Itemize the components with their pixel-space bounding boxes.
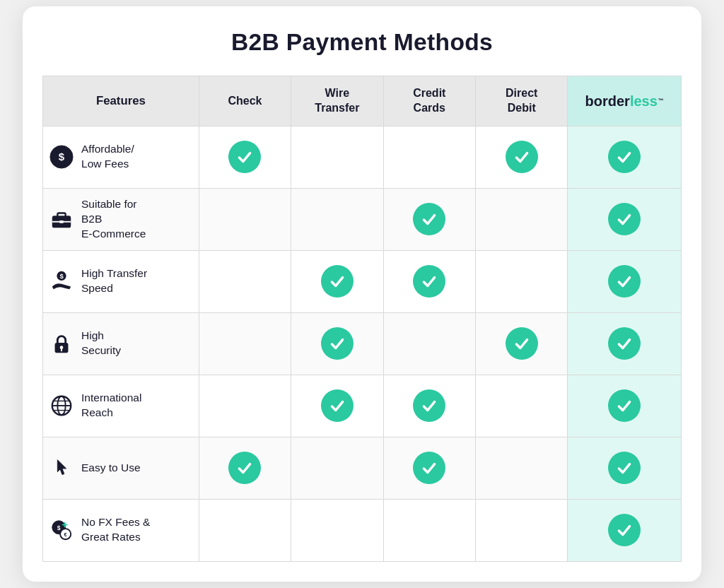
feature-label: InternationalReach [81, 391, 141, 421]
check-icon [608, 327, 641, 360]
svg-text:$: $ [59, 151, 65, 163]
logo-less: less [630, 92, 658, 110]
feature-label: Suitable forB2BE-Commerce [81, 197, 146, 242]
col-header-wire: WireTransfer [291, 76, 383, 127]
cell-borderless [568, 126, 682, 188]
feature-cell: Suitable forB2BE-Commerce [43, 188, 199, 250]
feature-label: Easy to Use [81, 461, 141, 476]
cell-check [199, 375, 291, 437]
cell-borderless [568, 250, 682, 312]
feature-cell: InternationalReach [43, 375, 199, 437]
check-icon [228, 452, 261, 484]
table-row: Easy to Use [43, 437, 682, 499]
borderless-logo: borderless™ [573, 92, 675, 110]
table-row: HighSecurity [43, 312, 682, 375]
cell-borderless [568, 312, 682, 375]
cell-check [199, 250, 291, 312]
cell-direct [476, 312, 568, 375]
check-icon [608, 514, 641, 546]
col-header-check: Check [199, 76, 291, 127]
table-row: $ High TransferSpeed [43, 250, 682, 312]
cell-wire [291, 250, 383, 312]
col-header-direct: DirectDebit [476, 76, 568, 127]
cell-credit [383, 250, 475, 312]
cell-check [199, 437, 291, 499]
check-icon [413, 389, 445, 422]
feature-cell: $ Affordable/Low Fees [43, 126, 199, 188]
cell-borderless [568, 437, 682, 499]
col-header-credit: CreditCards [383, 76, 475, 127]
table-row: InternationalReach [43, 375, 682, 437]
cell-wire [291, 126, 383, 188]
check-icon [321, 265, 354, 298]
check-icon [506, 141, 538, 173]
cell-direct [476, 126, 568, 188]
table-row: $ Affordable/Low Fees [43, 126, 682, 188]
check-icon [228, 141, 261, 173]
comparison-table: Features Check WireTransfer CreditCards … [42, 76, 682, 562]
cell-check [199, 499, 291, 561]
svg-text:$: $ [59, 273, 64, 281]
cell-borderless [568, 375, 682, 437]
feature-cell: HighSecurity [43, 312, 199, 375]
feature-icon-hand-coin: $ [49, 269, 74, 294]
cell-direct [476, 375, 568, 437]
cell-credit [383, 312, 475, 375]
check-icon [321, 327, 354, 360]
check-icon [413, 452, 445, 484]
cell-borderless [568, 188, 682, 250]
comparison-card: B2B Payment Methods Features Check WireT… [23, 6, 701, 582]
feature-cell: $ High TransferSpeed [43, 250, 199, 312]
check-icon [413, 265, 445, 298]
col-header-borderless: borderless™ [568, 76, 682, 127]
cell-wire [291, 312, 383, 375]
feature-inner: InternationalReach [49, 391, 192, 421]
cell-check [199, 188, 291, 250]
cell-borderless [568, 499, 682, 561]
cell-credit [383, 188, 475, 250]
cell-credit [383, 126, 475, 188]
cell-direct [476, 250, 568, 312]
cell-direct [476, 499, 568, 561]
cell-direct [476, 437, 568, 499]
check-icon [608, 203, 641, 235]
cell-credit [383, 437, 475, 499]
cell-wire [291, 188, 383, 250]
cell-wire [291, 499, 383, 561]
feature-inner: $ Affordable/Low Fees [49, 142, 192, 172]
svg-rect-3 [57, 213, 65, 218]
feature-inner: HighSecurity [49, 329, 192, 358]
cell-wire [291, 375, 383, 437]
feature-label: No FX Fees &Great Rates [81, 515, 150, 545]
cell-credit [383, 375, 475, 437]
check-icon [608, 389, 641, 422]
check-icon [608, 265, 641, 298]
cell-direct [476, 188, 568, 250]
cell-check [199, 312, 291, 375]
check-icon [608, 141, 641, 173]
feature-label: Affordable/Low Fees [81, 142, 134, 172]
table-row: Suitable forB2BE-Commerce [43, 188, 682, 250]
page-title: B2B Payment Methods [42, 29, 682, 56]
logo-border: border [585, 92, 630, 110]
feature-inner: $ € No FX Fees &Great Rates [49, 515, 192, 545]
feature-cell: Easy to Use [43, 437, 199, 499]
cell-check [199, 126, 291, 188]
feature-icon-pointer [49, 455, 74, 481]
feature-icon-globe [49, 393, 74, 418]
table-row: $ € No FX Fees &Great Rates [43, 499, 682, 561]
feature-icon-fx-coin: $ € [49, 517, 74, 543]
feature-inner: $ High TransferSpeed [49, 266, 192, 296]
feature-inner: Suitable forB2BE-Commerce [49, 197, 192, 242]
check-icon [506, 327, 538, 360]
cell-credit [383, 499, 475, 561]
check-icon [413, 203, 445, 235]
feature-icon-briefcase [49, 206, 74, 232]
logo-tm: ™ [658, 98, 664, 105]
feature-label: High TransferSpeed [81, 266, 147, 296]
feature-cell: $ € No FX Fees &Great Rates [43, 499, 199, 561]
feature-inner: Easy to Use [49, 455, 192, 481]
svg-rect-5 [59, 220, 64, 223]
header-row: Features Check WireTransfer CreditCards … [43, 76, 682, 127]
table-body: $ Affordable/Low Fees [43, 126, 682, 561]
